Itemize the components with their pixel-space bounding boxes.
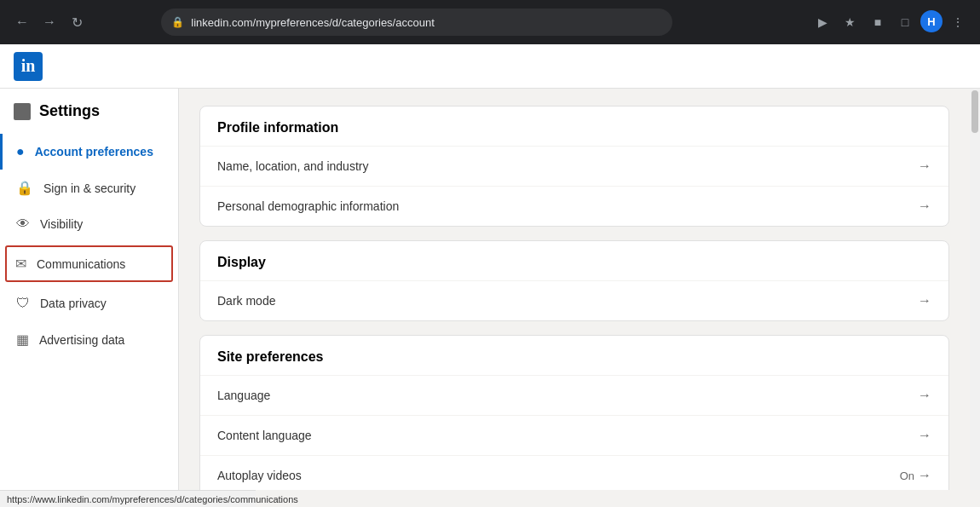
settings-icon (14, 103, 31, 120)
sidebar-item-data-privacy[interactable]: 🛡 Data privacy (0, 285, 178, 321)
advertising-data-icon: ▦ (16, 331, 29, 348)
language-item[interactable]: Language → (200, 375, 948, 415)
status-url: https://www.linkedin.com/mypreferences/d… (7, 494, 298, 504)
display-section: Display Dark mode → (199, 240, 949, 321)
scrollbar-track[interactable] (970, 89, 980, 490)
content-language-arrow: → (918, 428, 931, 443)
name-location-industry-item[interactable]: Name, location, and industry → (200, 146, 948, 186)
dark-mode-label: Dark mode (217, 294, 275, 308)
settings-title: Settings (39, 102, 100, 120)
autoplay-videos-right: On → (900, 468, 931, 483)
sidebar-item-label-visibility: Visibility (40, 217, 83, 231)
content-area: Profile information Name, location, and … (179, 89, 970, 490)
bookmark-button[interactable]: ★ (839, 10, 862, 34)
sidebar-item-label-communications: Communications (37, 257, 125, 271)
personal-demographic-label: Personal demographic information (217, 199, 399, 213)
cast-button[interactable]: ▶ (811, 10, 835, 34)
profile-avatar[interactable]: H (920, 10, 943, 32)
autoplay-videos-label: Autoplay videos (217, 469, 302, 482)
language-label: Language (217, 389, 270, 402)
autoplay-videos-arrow: → (918, 468, 931, 483)
status-bar: https://www.linkedin.com/mypreferences/d… (0, 490, 256, 507)
sidebar-item-sign-in-security[interactable]: 🔒 Sign in & security (0, 170, 178, 206)
visibility-icon: 👁 (16, 216, 30, 232)
content-language-item[interactable]: Content language → (200, 415, 948, 455)
data-privacy-icon: 🛡 (16, 296, 30, 311)
url-text: linkedin.com/mypreferences/d/categories/… (191, 16, 434, 29)
menu-button[interactable]: ⋮ (946, 10, 970, 34)
name-location-arrow: → (918, 158, 931, 174)
sidebar-item-label-sign-in-security: Sign in & security (43, 181, 135, 195)
linkedin-logo[interactable]: in (14, 52, 43, 81)
settings-header: Settings (0, 102, 178, 134)
sidebar-nav: ● Account preferences 🔒 Sign in & securi… (0, 134, 178, 358)
content-language-label: Content language (217, 429, 312, 442)
nav-buttons: ← → ↻ (10, 10, 89, 34)
sidebar-item-label-advertising-data: Advertising data (39, 333, 124, 347)
sign-in-security-icon: 🔒 (16, 180, 33, 196)
site-preferences-title: Site preferences (200, 336, 948, 375)
profile-information-section: Profile information Name, location, and … (199, 106, 949, 227)
extensions-button[interactable]: ■ (866, 10, 890, 34)
sidebar-item-label-data-privacy: Data privacy (40, 297, 107, 310)
profile-information-title: Profile information (200, 107, 948, 146)
sidebar-item-account-preferences[interactable]: ● Account preferences (0, 134, 178, 170)
personal-demographic-item[interactable]: Personal demographic information → (200, 186, 948, 226)
language-arrow: → (918, 388, 931, 403)
forward-button[interactable]: → (37, 10, 61, 34)
browser-chrome: ← → ↻ 🔒 linkedin.com/mypreferences/d/cat… (0, 0, 980, 44)
name-location-label: Name, location, and industry (217, 159, 368, 173)
personal-demographic-arrow: → (918, 199, 931, 214)
split-screen-button[interactable]: □ (893, 10, 917, 34)
address-bar[interactable]: 🔒 linkedin.com/mypreferences/d/categorie… (161, 9, 672, 36)
scrollbar-thumb[interactable] (971, 90, 978, 133)
dark-mode-item[interactable]: Dark mode → (200, 280, 948, 320)
main-layout: Settings ● Account preferences 🔒 Sign in… (0, 89, 980, 490)
sidebar-item-label-account-preferences: Account preferences (35, 145, 153, 158)
refresh-button[interactable]: ↻ (65, 10, 89, 34)
autoplay-videos-value: On (900, 470, 914, 482)
display-title: Display (200, 241, 948, 280)
account-preferences-icon: ● (16, 144, 25, 159)
back-button[interactable]: ← (10, 10, 34, 34)
sidebar-item-visibility[interactable]: 👁 Visibility (0, 206, 178, 242)
sidebar-item-advertising-data[interactable]: ▦ Advertising data (0, 321, 178, 358)
autoplay-videos-item[interactable]: Autoplay videos On → (200, 455, 948, 490)
browser-actions: ▶ ★ ■ □ H ⋮ (811, 10, 970, 34)
communications-icon: ✉ (15, 256, 26, 272)
site-preferences-section: Site preferences Language → Content lang… (199, 335, 949, 490)
sidebar: Settings ● Account preferences 🔒 Sign in… (0, 89, 179, 490)
lock-icon: 🔒 (171, 16, 184, 28)
dark-mode-arrow: → (918, 293, 931, 308)
linkedin-header: in (0, 44, 980, 89)
sidebar-item-communications[interactable]: ✉ Communications (5, 245, 173, 282)
